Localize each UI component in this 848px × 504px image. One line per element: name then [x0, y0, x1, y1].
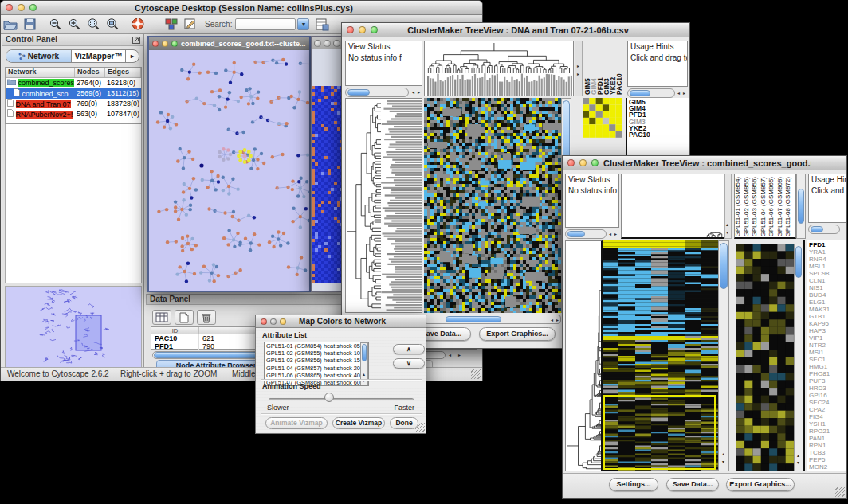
attribute-list-item[interactable]: GPL51-03 (GSM856) heat shock 15 min	[265, 357, 368, 364]
tab-network[interactable]: Network	[6, 50, 72, 62]
scroll-left-arrow[interactable]: ◂	[412, 90, 414, 95]
tab-overflow-arrow[interactable]: ▸	[126, 50, 139, 62]
zoom-button[interactable]	[280, 318, 286, 325]
scroll-left-arrow[interactable]: ◂	[677, 91, 680, 96]
gene-label[interactable]: NTR2	[809, 342, 846, 349]
scroll-right-arrow[interactable]: ▸	[683, 91, 685, 96]
scroll-left-arrow[interactable]: ◂	[449, 353, 451, 357]
attribute-list-item[interactable]: GPL51-06 (GSM865) heat shock 40 min	[265, 372, 368, 379]
network-list-row[interactable]: RNAPuberNov2+!563(0)107847(0)	[6, 109, 141, 119]
scroll-right-arrow[interactable]: ▸	[458, 353, 461, 357]
gene-label[interactable]: PUF3	[809, 377, 846, 385]
row-dendrogram[interactable]	[565, 240, 603, 471]
treeview2-button-settings[interactable]: Settings...	[609, 478, 658, 491]
gene-label[interactable]: MAK31	[809, 306, 846, 313]
gene-label[interactable]: HRD3	[809, 385, 846, 392]
network-name-cell[interactable]: combined_scores	[6, 78, 75, 88]
usage-hints-hscrollbar[interactable]	[627, 88, 675, 98]
network-list-row[interactable]: combined_scores2764(0)16218(0)	[6, 78, 141, 88]
gene-label[interactable]: GPI16	[809, 392, 846, 399]
zoom-button[interactable]	[591, 159, 599, 166]
row-dendrogram[interactable]	[345, 98, 422, 313]
view-status-hscrollbar[interactable]	[345, 88, 409, 97]
gene-label[interactable]: HMG1	[809, 363, 846, 370]
usage-hints-hscrollbar[interactable]	[808, 225, 840, 234]
gene-label[interactable]: PHO81	[809, 370, 846, 377]
resize-grip[interactable]	[471, 369, 481, 379]
main-titlebar[interactable]: Cytoscape Desktop (Session Name: collins…	[1, 1, 482, 15]
move-up-button[interactable]: ∧	[393, 344, 425, 354]
main-heatmap[interactable]	[603, 240, 718, 471]
splitter-strip[interactable]: ▸▸	[575, 41, 583, 96]
zoom-heatmap-vscrollbar[interactable]: ▴▾	[794, 244, 803, 471]
column-header[interactable]: Nodes	[75, 68, 105, 77]
heatmap-hscrollbar[interactable]: ◂▸	[424, 315, 561, 324]
gene-label[interactable]: HAP3	[809, 327, 846, 334]
gene-label[interactable]: CPA2	[809, 406, 846, 413]
save-icon[interactable]	[20, 17, 39, 33]
gene-label[interactable]: CLN1	[809, 277, 846, 284]
gene-label[interactable]: PEP5	[809, 456, 846, 463]
close-button[interactable]	[347, 26, 354, 33]
vizmapper-icon[interactable]	[162, 17, 181, 33]
gene-label[interactable]: MSI1	[809, 349, 846, 356]
network-name-cell[interactable]: RNAPuberNov2+!	[6, 109, 75, 119]
minimize-button[interactable]	[579, 159, 587, 166]
network-canvas[interactable]	[149, 50, 309, 291]
network-list-header[interactable]: NetworkNodesEdges	[6, 68, 141, 78]
minimize-button[interactable]	[324, 40, 331, 47]
minimize-button[interactable]	[359, 26, 366, 33]
scroll-left-arrow[interactable]: ◂	[609, 232, 611, 236]
zoom-button[interactable]	[29, 4, 37, 11]
treeview2-button-save-data[interactable]: Save Data...	[666, 478, 719, 491]
labels-vscrollbar[interactable]	[796, 174, 806, 239]
close-button[interactable]	[567, 159, 575, 166]
heatmap-vscrollbar[interactable]: ▴▾	[718, 240, 729, 471]
cluster-matrix[interactable]	[583, 98, 622, 138]
zoom-selected-icon[interactable]	[84, 17, 103, 33]
help-ring-icon[interactable]	[128, 17, 147, 33]
column-header[interactable]: Network	[6, 68, 75, 77]
move-down-button[interactable]: ∨	[393, 358, 425, 369]
gene-label[interactable]: GTB1	[809, 313, 846, 320]
minimize-button[interactable]	[18, 4, 25, 11]
attribute-list-item[interactable]: GPL51-04 (GSM857) heat shock 20 min	[265, 365, 368, 372]
gene-label[interactable]: ELG1	[809, 299, 846, 306]
close-button[interactable]	[261, 318, 267, 325]
network-view-titlebar[interactable]: combined_scores_good.txt--cluste...	[149, 37, 309, 50]
gene-label[interactable]: PAN1	[809, 435, 846, 442]
open-folder-icon[interactable]	[1, 17, 20, 33]
column-header[interactable]: Edges	[105, 68, 141, 77]
zoom-button[interactable]	[171, 41, 178, 47]
attribute-list-item[interactable]: GPL51-02 (GSM855) heat shock 10 min	[265, 350, 368, 357]
splitter-strip[interactable]: ▴▾	[724, 174, 732, 239]
gene-label[interactable]: PAC10	[629, 131, 688, 138]
close-button[interactable]	[314, 40, 321, 47]
dense-network-canvas[interactable]	[312, 86, 344, 283]
gene-label[interactable]: RPO21	[809, 428, 846, 435]
column-header[interactable]: ID	[151, 327, 199, 334]
column-dendrogram-area[interactable]	[621, 174, 724, 239]
gene-label[interactable]: FIG4	[809, 413, 846, 420]
heatmap-selection[interactable]	[603, 395, 716, 470]
gene-label[interactable]: MON2	[809, 463, 846, 471]
gene-label[interactable]: VIP1	[809, 334, 846, 342]
zoom-in-icon[interactable]	[65, 17, 84, 33]
import-table-icon[interactable]	[312, 17, 332, 33]
birdseye-minimap[interactable]	[5, 286, 142, 373]
network-view-2-titlebar[interactable]	[312, 37, 344, 49]
close-button[interactable]	[6, 4, 13, 11]
treeview2-button-export-graphics[interactable]: Export Graphics...	[726, 478, 795, 491]
zoom-button[interactable]	[371, 26, 378, 33]
gene-label[interactable]: SPC98	[809, 270, 846, 277]
network-name-cell[interactable]: DNA and Tran 07	[6, 99, 75, 109]
view-status-hscrollbar[interactable]	[565, 229, 607, 239]
attribute-list-item[interactable]: GPL51-01 (GSM854) heat shock 05 min	[265, 342, 368, 350]
network-list-row[interactable]: DNA and Tran 07769(0)183728(0)	[6, 99, 141, 109]
minimize-button[interactable]	[270, 318, 277, 325]
gene-label[interactable]: SEC1	[809, 356, 846, 363]
float-panel-icon[interactable]	[132, 37, 140, 44]
dialog-button-create-vizmap[interactable]: Create Vizmap	[332, 417, 385, 429]
gene-label[interactable]: YSH1	[809, 420, 846, 428]
dialog-button-done[interactable]: Done	[390, 417, 418, 429]
